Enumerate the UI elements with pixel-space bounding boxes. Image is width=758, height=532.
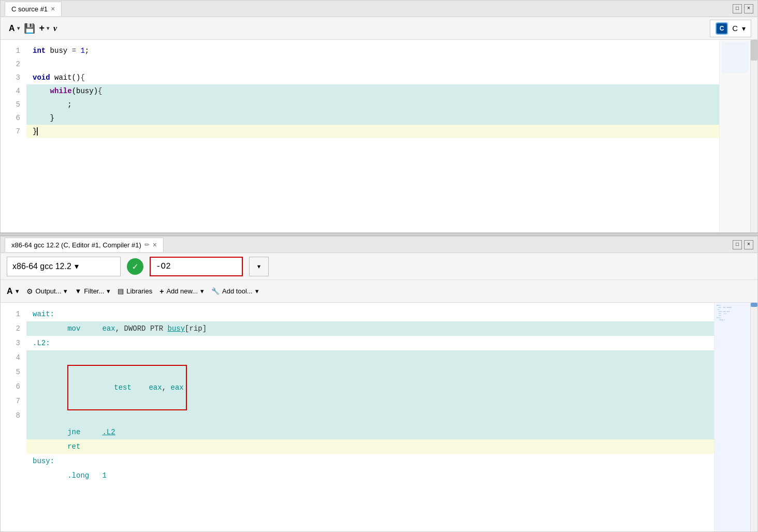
compiler-tab-close[interactable]: × [153,241,157,248]
compiler-tab[interactable]: x86-64 gcc 12.2 (C, Editor #1, Compiler … [5,238,164,252]
compiler-maximize-btn[interactable]: □ [733,240,742,249]
compiler-name-label: x86-64 gcc 12.2 [12,262,71,271]
editor-code-area: 1 2 3 4 5 6 7 int busy = 1; void wait(){… [1,40,757,232]
font-chevron-icon: ▾ [17,25,20,31]
editor-maximize-btn[interactable]: □ [733,4,742,13]
asm-line-5: jne .L2 [26,425,714,439]
editor-pane: C source #1 × □ × A ▾ 💾 + ▾ v C C [0,0,758,233]
editor-tab[interactable]: C source #1 × [5,2,62,16]
asm-code-lines[interactable]: wait: mov eax, DWORD PTR busy[rip] .L2: … [26,303,714,531]
filter-icon: ▼ [75,287,81,295]
add-new-btn[interactable]: + Add new... ▾ [159,287,204,295]
editor-save-btn[interactable]: 💾 [22,22,37,35]
add-chevron-icon: ▾ [47,25,49,31]
asm-output-area: 1 2 3 4 5 6 7 8 wait: mov eax, DWORD PTR… [1,303,757,531]
code-line-2 [26,57,719,71]
code-line-6: } [26,111,719,125]
flags-dropdown-btn[interactable]: ▾ [249,257,269,276]
libraries-btn[interactable]: ▤ Libraries [118,287,152,295]
add-tool-btn[interactable]: 🔧 Add tool... ▾ [211,287,259,295]
language-label: C [732,24,738,33]
editor-line-numbers: 1 2 3 4 5 6 7 [1,40,26,232]
editor-scrollbar-thumb[interactable] [751,40,757,61]
compiler-tab-bar: x86-64 gcc 12.2 (C, Editor #1, Compiler … [1,237,757,253]
code-line-7: } [26,125,719,138]
filter-chevron-icon: ▾ [107,287,110,295]
compiler-chevron-icon: ▾ [75,261,79,271]
editor-font-btn[interactable]: A ▾ [7,23,22,34]
output-btn[interactable]: ⚙ Output... ▾ [26,287,68,295]
editor-add-btn[interactable]: + ▾ [37,22,52,35]
compiler-selector[interactable]: x86-64 gcc 12.2 ▾ [7,257,121,276]
filter-btn[interactable]: ▼ Filter... ▾ [75,287,110,295]
editor-tab-label: C source #1 [11,5,48,13]
flags-chevron-icon: ▾ [256,261,261,272]
asm-line-6: ret [26,439,714,454]
compiler-toolbar: A ▾ ⚙ Output... ▾ ▼ Filter... ▾ ▤ Librar… [1,280,757,303]
editor-vim-btn[interactable]: v [51,23,59,34]
output-chevron-icon: ▾ [64,287,67,295]
asm-line-numbers: 1 2 3 4 5 6 7 8 [1,303,26,531]
asm-line-8: .long 1 [26,468,714,483]
asm-font-chevron-icon: ▾ [16,287,19,295]
editor-tab-bar: C source #1 × □ × [1,1,757,17]
code-line-5: ; [26,98,719,111]
asm-line-2: mov eax, DWORD PTR busy[rip] [26,321,714,336]
lang-chevron-icon: ▾ [742,24,746,33]
editor-code-lines[interactable]: int busy = 1; void wait(){ while(busy){ … [26,40,719,232]
settings-icon: ⚙ [26,287,33,295]
asm-minimap: wait: mov eax DWORD .L2: test eax eax jn… [714,303,750,531]
code-line-3: void wait(){ [26,71,719,84]
code-line-4: while(busy){ [26,84,719,98]
asm-font-btn[interactable]: A ▾ [7,287,19,296]
add-tool-chevron-icon: ▾ [255,287,259,295]
editor-scrollbar[interactable] [750,40,757,232]
add-new-icon: + [159,287,164,295]
add-new-chevron-icon: ▾ [200,287,204,295]
compiler-flags-input[interactable] [150,257,243,276]
code-line-1: int busy = 1; [26,44,719,57]
compile-status-icon: ✓ [127,258,143,275]
asm-line-4: test eax, eax [26,350,714,425]
asm-line-1: wait: [26,307,714,321]
compiler-close-btn[interactable]: × [744,240,753,249]
asm-line-3: .L2: [26,336,714,350]
compiler-settings-bar: x86-64 gcc 12.2 ▾ ✓ ▾ [1,253,757,280]
asm-minimap-content: wait: mov eax DWORD .L2: test eax eax jn… [717,305,748,321]
editor-close-btn[interactable]: × [744,4,753,13]
minimap-thumbnail [722,42,748,73]
compiler-tab-label: x86-64 gcc 12.2 (C, Editor #1, Compiler … [11,241,141,249]
c-logo-icon: C [716,22,728,35]
compiler-edit-icon[interactable]: ✏ [144,241,150,248]
wrench-icon: 🔧 [211,287,220,295]
compiler-pane: x86-64 gcc 12.2 (C, Editor #1, Compiler … [0,236,758,532]
language-selector[interactable]: C C ▾ [710,20,751,37]
editor-tab-close[interactable]: × [51,5,55,12]
asm-scrollbar-thumb[interactable] [751,303,757,307]
asm-scrollbar[interactable] [750,303,757,531]
asm-line-7: busy: [26,454,714,468]
editor-minimap [719,40,750,232]
library-icon: ▤ [118,287,124,295]
